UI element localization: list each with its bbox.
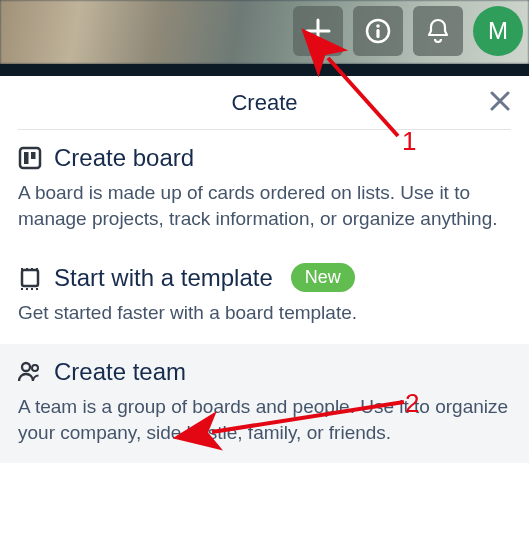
add-button[interactable] bbox=[293, 6, 343, 56]
header-bar: M bbox=[0, 0, 529, 64]
bell-icon bbox=[424, 17, 452, 45]
menu-item-start-template[interactable]: Start with a template New Get started fa… bbox=[0, 249, 529, 344]
avatar-initial: M bbox=[488, 17, 508, 45]
close-icon bbox=[488, 89, 512, 117]
menu-item-title: Create team bbox=[54, 358, 186, 386]
info-button[interactable] bbox=[353, 6, 403, 56]
annotation-label-2: 2 bbox=[405, 388, 419, 419]
menu-item-create-team[interactable]: Create team A team is a group of boards … bbox=[0, 344, 529, 463]
menu-item-title: Start with a template bbox=[54, 264, 273, 292]
team-icon bbox=[18, 360, 42, 384]
svg-rect-4 bbox=[24, 152, 29, 164]
menu-item-create-board[interactable]: Create board A board is made up of cards… bbox=[0, 130, 529, 249]
svg-rect-5 bbox=[31, 152, 36, 159]
svg-rect-6 bbox=[22, 270, 38, 286]
notifications-button[interactable] bbox=[413, 6, 463, 56]
plus-icon bbox=[303, 16, 333, 46]
close-button[interactable] bbox=[483, 86, 517, 120]
svg-point-8 bbox=[32, 365, 38, 371]
template-icon bbox=[18, 266, 42, 290]
board-icon bbox=[18, 146, 42, 170]
menu-item-desc: Get started faster with a board template… bbox=[18, 300, 511, 326]
svg-point-1 bbox=[376, 24, 380, 28]
svg-point-7 bbox=[22, 363, 30, 371]
new-badge: New bbox=[291, 263, 355, 292]
menu-item-desc: A team is a group of boards and people. … bbox=[18, 394, 511, 445]
menu-item-desc: A board is made up of cards ordered on l… bbox=[18, 180, 511, 231]
info-icon bbox=[363, 16, 393, 46]
svg-rect-2 bbox=[376, 29, 379, 38]
popover-title: Create bbox=[231, 90, 297, 116]
avatar[interactable]: M bbox=[473, 6, 523, 56]
menu-item-title: Create board bbox=[54, 144, 194, 172]
create-popover: Create Create board A board is made up o… bbox=[0, 76, 529, 540]
svg-rect-3 bbox=[20, 148, 40, 168]
annotation-label-1: 1 bbox=[402, 126, 416, 157]
dark-strip bbox=[0, 64, 529, 76]
